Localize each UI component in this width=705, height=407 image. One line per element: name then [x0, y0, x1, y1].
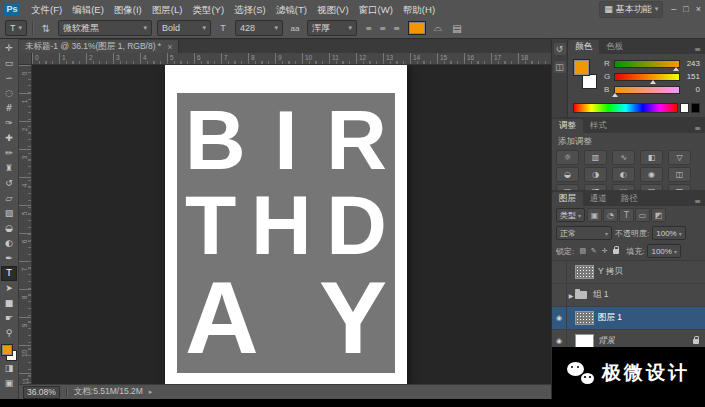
zoom-level-input[interactable]: 36.08%: [23, 386, 60, 399]
slider-thumb[interactable]: [612, 93, 618, 97]
canvas[interactable]: BIR THD AY: [32, 65, 551, 384]
quick-mask-button[interactable]: ◨: [1, 361, 17, 376]
lock-position-icon[interactable]: ✛: [599, 246, 610, 257]
workspace-switcher[interactable]: ▦ 基本功能 ▾: [599, 1, 663, 18]
anti-alias-select[interactable]: 浑厚 ▾: [307, 20, 357, 36]
layer-filter-select[interactable]: 类型 ▾: [556, 208, 585, 222]
visibility-toggle[interactable]: ◉: [552, 284, 567, 306]
layer-name[interactable]: 背景: [598, 335, 615, 347]
layer-row[interactable]: ◉ 背景: [552, 330, 705, 347]
restore-button[interactable]: □: [683, 4, 688, 14]
blur-tool[interactable]: ◒: [1, 221, 17, 236]
slider-track[interactable]: [614, 60, 680, 68]
hand-tool[interactable]: ☛: [1, 311, 17, 326]
tab-swatches[interactable]: 色板: [599, 40, 630, 54]
path-selection-tool[interactable]: ➤: [1, 281, 17, 296]
filter-smart-objects-icon[interactable]: ◩: [651, 208, 666, 222]
slider-track[interactable]: [614, 73, 680, 81]
panel-menu-icon[interactable]: ≡: [690, 45, 705, 54]
fill-select[interactable]: 100% ▾: [647, 244, 680, 258]
tab-color[interactable]: 颜色: [568, 40, 599, 54]
layer-name[interactable]: 组 1: [593, 289, 609, 301]
levels-icon[interactable]: ▥: [584, 150, 607, 165]
toggle-panels-icon[interactable]: ▤: [450, 21, 464, 35]
layer-name[interactable]: 图层 1: [598, 312, 622, 324]
channel-mixer-icon[interactable]: ◫: [668, 167, 691, 182]
brush-tool[interactable]: ✏: [1, 146, 17, 161]
panel-menu-icon[interactable]: ≡: [690, 197, 705, 206]
menu-item[interactable]: 视图(V): [312, 1, 354, 18]
lock-transparency-icon[interactable]: ▨: [577, 246, 588, 257]
pen-tool[interactable]: ✒: [1, 251, 17, 266]
close-button[interactable]: ×: [696, 4, 701, 14]
lock-paint-icon[interactable]: ✎: [588, 246, 599, 257]
align-center-icon[interactable]: ≡: [376, 22, 389, 35]
layer-thumbnail[interactable]: [575, 265, 594, 279]
healing-brush-tool[interactable]: ✚: [1, 131, 17, 146]
font-style-select[interactable]: Bold ▾: [157, 20, 211, 36]
curves-icon[interactable]: ∿: [612, 150, 635, 165]
slider-track[interactable]: [614, 86, 680, 94]
menu-item[interactable]: 选择(S): [229, 1, 271, 18]
menu-item[interactable]: 窗口(W): [354, 1, 398, 18]
menu-item[interactable]: 编辑(E): [67, 1, 109, 18]
filter-type-layers-icon[interactable]: T: [619, 208, 634, 222]
tab-channels[interactable]: 通道: [583, 192, 614, 206]
clone-stamp-tool[interactable]: ♜: [1, 161, 17, 176]
panel-menu-icon[interactable]: ≡: [690, 124, 705, 133]
layer-thumbnail[interactable]: [575, 334, 594, 347]
hue-saturation-icon[interactable]: ◒: [556, 167, 579, 182]
layer-row[interactable]: ◉ ▶ 组 1: [552, 284, 705, 307]
properties-panel-icon[interactable]: ◫: [554, 61, 566, 73]
document-page[interactable]: BIR THD AY: [165, 65, 407, 384]
layer-row[interactable]: ◉ Y 拷贝: [552, 261, 705, 284]
tool-preset-picker[interactable]: T ▾: [5, 20, 27, 36]
expand-arrow-icon[interactable]: ▶: [567, 292, 575, 299]
layer-name[interactable]: Y 拷贝: [598, 266, 623, 278]
slider-thumb[interactable]: [650, 80, 656, 84]
opacity-select[interactable]: 100% ▾: [652, 226, 685, 240]
filter-pixel-layers-icon[interactable]: ▣: [587, 208, 602, 222]
color-spectrum-ramp[interactable]: [573, 103, 678, 113]
font-size-select[interactable]: 428 ▾: [235, 20, 283, 36]
exposure-icon[interactable]: ◧: [640, 150, 663, 165]
background-color-swatch[interactable]: [582, 74, 597, 89]
slider-thumb[interactable]: [673, 67, 679, 71]
close-tab-icon[interactable]: ×: [167, 42, 172, 52]
visibility-toggle[interactable]: ◉: [552, 330, 567, 347]
document-tab[interactable]: 未标题-1 @ 36.1%(图层 1, RGB/8) * ×: [19, 40, 179, 53]
vibrance-icon[interactable]: ▽: [668, 150, 691, 165]
eyedropper-tool[interactable]: ✑: [1, 116, 17, 131]
font-family-select[interactable]: 微软雅黑 ▾: [58, 20, 152, 36]
visibility-toggle[interactable]: ◉: [552, 307, 567, 329]
white-swatch[interactable]: [680, 103, 689, 113]
shape-tool[interactable]: ■: [1, 296, 17, 311]
text-orientation-icon[interactable]: ⇅: [39, 21, 53, 35]
tab-paths[interactable]: 路径: [614, 192, 645, 206]
minimize-button[interactable]: –: [671, 4, 676, 14]
photo-filter-icon[interactable]: ◉: [640, 167, 663, 182]
quick-selection-tool[interactable]: ◌: [1, 86, 17, 101]
warp-text-icon[interactable]: ⌓: [431, 21, 445, 35]
menu-item[interactable]: 图层(L): [147, 1, 188, 18]
lock-all-icon[interactable]: [613, 249, 619, 254]
crop-tool[interactable]: #: [1, 101, 17, 116]
menu-item[interactable]: 图像(I): [109, 1, 147, 18]
menu-item[interactable]: 帮助(H): [398, 1, 440, 18]
text-color-swatch[interactable]: [408, 21, 426, 35]
type-tool[interactable]: T: [1, 266, 17, 281]
dodge-tool[interactable]: ◐: [1, 236, 17, 251]
tab-adjustments[interactable]: 调整: [552, 119, 583, 133]
lasso-tool[interactable]: ∽: [1, 71, 17, 86]
tab-layers[interactable]: 图层: [552, 192, 583, 206]
move-tool[interactable]: ✛: [1, 41, 17, 56]
black-white-icon[interactable]: ◐: [612, 167, 635, 182]
black-swatch[interactable]: [691, 103, 700, 113]
foreground-color-swatch[interactable]: [1, 344, 13, 356]
color-balance-icon[interactable]: ◑: [584, 167, 607, 182]
align-right-icon[interactable]: ≡: [390, 22, 403, 35]
blend-mode-select[interactable]: 正常 ▾: [556, 226, 612, 240]
menu-item[interactable]: 文件(F): [26, 1, 67, 18]
screen-mode-button[interactable]: ▣: [1, 376, 17, 391]
layer-thumbnail[interactable]: [575, 311, 594, 325]
